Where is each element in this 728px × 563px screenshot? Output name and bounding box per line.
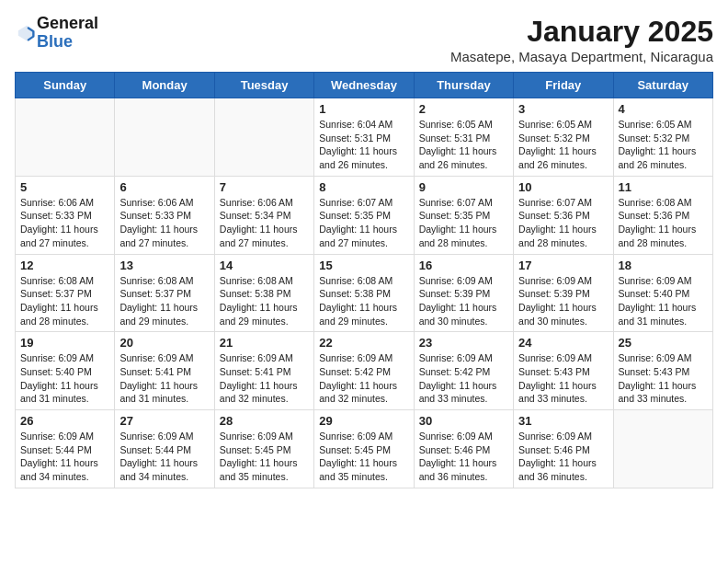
logo-general: General (37, 15, 98, 33)
cell-info: Sunrise: 6:09 AM Sunset: 5:40 PM Dayligh… (619, 274, 708, 328)
day-header-saturday: Saturday (613, 73, 712, 98)
logo-blue: Blue (37, 33, 98, 52)
day-number: 11 (619, 180, 708, 194)
day-number: 13 (119, 259, 209, 272)
cell-info: Sunrise: 6:09 AM Sunset: 5:39 PM Dayligh… (518, 274, 608, 328)
calendar-cell: 25Sunrise: 6:09 AM Sunset: 5:43 PM Dayli… (613, 332, 712, 410)
calendar-cell: 6Sunrise: 6:06 AM Sunset: 5:33 PM Daylig… (115, 176, 214, 254)
day-number: 9 (419, 180, 508, 194)
calendar-cell (115, 98, 214, 177)
page-header: General Blue January 2025 Masatepe, Masa… (15, 15, 713, 64)
calendar-cell: 15Sunrise: 6:08 AM Sunset: 5:38 PM Dayli… (314, 254, 414, 332)
day-number: 19 (20, 336, 109, 350)
cell-info: Sunrise: 6:06 AM Sunset: 5:33 PM Dayligh… (119, 196, 209, 250)
cell-info: Sunrise: 6:09 AM Sunset: 5:43 PM Dayligh… (619, 351, 708, 406)
cell-info: Sunrise: 6:08 AM Sunset: 5:38 PM Dayligh… (319, 274, 408, 328)
calendar-cell (613, 410, 712, 488)
calendar-cell: 26Sunrise: 6:09 AM Sunset: 5:44 PM Dayli… (16, 410, 115, 488)
week-row-5: 26Sunrise: 6:09 AM Sunset: 5:44 PM Dayli… (16, 410, 713, 488)
days-of-week-row: SundayMondayTuesdayWednesdayThursdayFrid… (16, 73, 713, 98)
calendar-table: SundayMondayTuesdayWednesdayThursdayFrid… (15, 72, 713, 488)
cell-info: Sunrise: 6:09 AM Sunset: 5:42 PM Dayligh… (319, 351, 408, 406)
week-row-4: 19Sunrise: 6:09 AM Sunset: 5:40 PM Dayli… (16, 332, 713, 410)
day-number: 23 (419, 336, 508, 350)
week-row-3: 12Sunrise: 6:08 AM Sunset: 5:37 PM Dayli… (16, 254, 713, 332)
title-block: January 2025 Masatepe, Masaya Department… (450, 15, 713, 64)
day-header-friday: Friday (514, 73, 613, 98)
cell-info: Sunrise: 6:09 AM Sunset: 5:39 PM Dayligh… (419, 274, 508, 328)
day-number: 26 (20, 414, 109, 428)
calendar-cell: 21Sunrise: 6:09 AM Sunset: 5:41 PM Dayli… (214, 332, 313, 410)
calendar-cell: 16Sunrise: 6:09 AM Sunset: 5:39 PM Dayli… (414, 254, 513, 332)
calendar-cell: 23Sunrise: 6:09 AM Sunset: 5:42 PM Dayli… (414, 332, 513, 410)
calendar-cell: 3Sunrise: 6:05 AM Sunset: 5:32 PM Daylig… (514, 98, 613, 177)
cell-info: Sunrise: 6:09 AM Sunset: 5:44 PM Dayligh… (20, 430, 109, 484)
day-number: 4 (619, 102, 708, 116)
calendar-cell: 10Sunrise: 6:07 AM Sunset: 5:36 PM Dayli… (514, 176, 613, 254)
cell-info: Sunrise: 6:08 AM Sunset: 5:38 PM Dayligh… (220, 274, 309, 328)
day-header-wednesday: Wednesday (314, 73, 414, 98)
cell-info: Sunrise: 6:09 AM Sunset: 5:45 PM Dayligh… (319, 430, 408, 484)
calendar-cell: 1Sunrise: 6:04 AM Sunset: 5:31 PM Daylig… (314, 98, 414, 177)
day-number: 22 (319, 336, 408, 350)
day-number: 6 (119, 180, 209, 194)
calendar-cell: 12Sunrise: 6:08 AM Sunset: 5:37 PM Dayli… (16, 254, 115, 332)
location: Masatepe, Masaya Department, Nicaragua (450, 49, 713, 64)
cell-info: Sunrise: 6:09 AM Sunset: 5:40 PM Dayligh… (20, 351, 109, 406)
day-header-thursday: Thursday (414, 73, 513, 98)
day-header-sunday: Sunday (16, 73, 115, 98)
cell-info: Sunrise: 6:08 AM Sunset: 5:37 PM Dayligh… (119, 274, 209, 328)
week-row-1: 1Sunrise: 6:04 AM Sunset: 5:31 PM Daylig… (16, 98, 713, 177)
cell-info: Sunrise: 6:04 AM Sunset: 5:31 PM Dayligh… (319, 118, 408, 172)
day-number: 1 (319, 102, 408, 116)
day-number: 15 (319, 259, 408, 272)
day-number: 28 (220, 414, 309, 428)
calendar-cell: 22Sunrise: 6:09 AM Sunset: 5:42 PM Dayli… (314, 332, 414, 410)
month-year: January 2025 (450, 15, 713, 49)
calendar-cell: 24Sunrise: 6:09 AM Sunset: 5:43 PM Dayli… (514, 332, 613, 410)
cell-info: Sunrise: 6:09 AM Sunset: 5:41 PM Dayligh… (119, 351, 209, 406)
day-number: 21 (220, 336, 309, 350)
cell-info: Sunrise: 6:05 AM Sunset: 5:32 PM Dayligh… (518, 118, 608, 172)
cell-info: Sunrise: 6:05 AM Sunset: 5:31 PM Dayligh… (419, 118, 508, 172)
calendar-cell: 31Sunrise: 6:09 AM Sunset: 5:46 PM Dayli… (514, 410, 613, 488)
day-number: 7 (220, 180, 309, 194)
calendar-header: SundayMondayTuesdayWednesdayThursdayFrid… (16, 73, 713, 98)
cell-info: Sunrise: 6:08 AM Sunset: 5:37 PM Dayligh… (20, 274, 109, 328)
cell-info: Sunrise: 6:07 AM Sunset: 5:35 PM Dayligh… (319, 196, 408, 250)
day-number: 17 (518, 259, 608, 272)
logo-icon (17, 23, 37, 43)
day-number: 25 (619, 336, 708, 350)
day-number: 29 (319, 414, 408, 428)
calendar-cell: 27Sunrise: 6:09 AM Sunset: 5:44 PM Dayli… (115, 410, 214, 488)
cell-info: Sunrise: 6:07 AM Sunset: 5:35 PM Dayligh… (419, 196, 508, 250)
cell-info: Sunrise: 6:09 AM Sunset: 5:45 PM Dayligh… (220, 430, 309, 484)
day-number: 5 (20, 180, 109, 194)
cell-info: Sunrise: 6:07 AM Sunset: 5:36 PM Dayligh… (518, 196, 608, 250)
logo-text: General Blue (37, 15, 98, 52)
day-number: 20 (119, 336, 209, 350)
calendar-cell: 5Sunrise: 6:06 AM Sunset: 5:33 PM Daylig… (16, 176, 115, 254)
cell-info: Sunrise: 6:09 AM Sunset: 5:43 PM Dayligh… (518, 351, 608, 406)
calendar-cell (16, 98, 115, 177)
day-number: 31 (518, 414, 608, 428)
day-number: 10 (518, 180, 608, 194)
calendar-cell: 8Sunrise: 6:07 AM Sunset: 5:35 PM Daylig… (314, 176, 414, 254)
calendar-cell: 30Sunrise: 6:09 AM Sunset: 5:46 PM Dayli… (414, 410, 513, 488)
day-number: 8 (319, 180, 408, 194)
week-row-2: 5Sunrise: 6:06 AM Sunset: 5:33 PM Daylig… (16, 176, 713, 254)
day-number: 3 (518, 102, 608, 116)
calendar-cell: 19Sunrise: 6:09 AM Sunset: 5:40 PM Dayli… (16, 332, 115, 410)
calendar-cell: 9Sunrise: 6:07 AM Sunset: 5:35 PM Daylig… (414, 176, 513, 254)
day-number: 18 (619, 259, 708, 272)
calendar-cell: 17Sunrise: 6:09 AM Sunset: 5:39 PM Dayli… (514, 254, 613, 332)
cell-info: Sunrise: 6:06 AM Sunset: 5:33 PM Dayligh… (20, 196, 109, 250)
calendar-cell: 2Sunrise: 6:05 AM Sunset: 5:31 PM Daylig… (414, 98, 513, 177)
calendar-cell: 14Sunrise: 6:08 AM Sunset: 5:38 PM Dayli… (214, 254, 313, 332)
day-number: 24 (518, 336, 608, 350)
calendar-cell: 11Sunrise: 6:08 AM Sunset: 5:36 PM Dayli… (613, 176, 712, 254)
cell-info: Sunrise: 6:09 AM Sunset: 5:41 PM Dayligh… (220, 351, 309, 406)
day-number: 30 (419, 414, 508, 428)
cell-info: Sunrise: 6:09 AM Sunset: 5:46 PM Dayligh… (419, 430, 508, 484)
cell-info: Sunrise: 6:06 AM Sunset: 5:34 PM Dayligh… (220, 196, 309, 250)
